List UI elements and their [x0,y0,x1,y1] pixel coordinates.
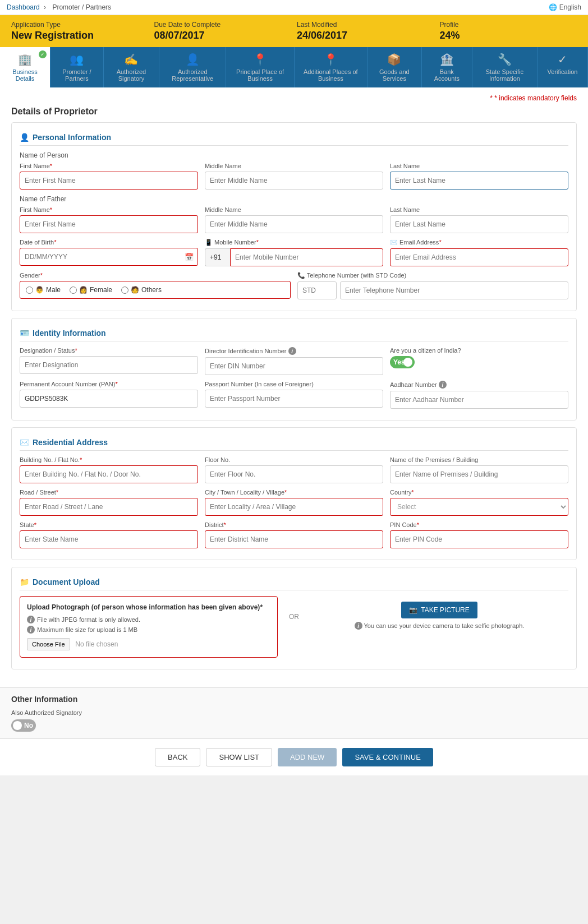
show-list-button[interactable]: SHOW LIST [206,748,272,766]
pan-input[interactable] [20,390,198,408]
language-selector[interactable]: 🌐 English [549,3,581,11]
profile-label: Profile [440,21,577,29]
choose-file-button[interactable]: Choose File [27,638,70,650]
residential-address-title: ✉️ Residential Address [20,433,568,451]
name-of-person-label: Name of Person [20,151,568,159]
floor-group: Floor No. [205,456,383,483]
aadhaar-info-icon[interactable]: i [439,381,447,389]
app-type-item: Application Type New Registration [11,21,149,41]
gender-telephone-row: Gender* 👨 Male 👩 Female 🧑 Others [20,272,568,299]
tab-principal-place[interactable]: 📍 Principal Place of Business [226,47,295,87]
save-continue-button[interactable]: SAVE & CONTINUE [342,748,433,766]
last-name-input[interactable] [390,172,568,190]
citizen-label: Are you a citizen of India? [390,347,568,354]
tab-authorized-rep[interactable]: 👤 Authorized Representative [159,47,226,87]
file-input-row: Choose File No file chosen [27,638,270,650]
father-last-label: Last Name [390,206,568,213]
designation-input[interactable] [20,356,198,374]
identity-info-title: 🪪 Identity Information [20,324,568,341]
bank-icon: 🏦 [440,53,454,66]
middle-name-input[interactable] [205,172,383,190]
tab-label: Bank Accounts [429,68,465,82]
tab-additional-places[interactable]: 📍 Additional Places of Business [295,47,368,87]
email-input[interactable] [390,248,568,266]
tab-label: Business Details [7,68,43,82]
person-name-row: First Name* Middle Name Last Name [20,163,568,190]
tab-verification[interactable]: ✓ Verification [538,47,588,87]
note-info-icon-1: i [27,616,35,623]
last-modified-value: 24/06/2017 [297,30,434,41]
father-name-row: First Name* Middle Name Last Name [20,206,568,233]
no-file-label: No file chosen [75,640,118,648]
father-middle-input[interactable] [205,215,383,233]
middle-name-group: Middle Name [205,163,383,190]
due-date-item: Due Date to Complete 08/07/2017 [154,21,292,41]
tab-authorized-signatory[interactable]: ✍️ Authorized Signatory [104,47,159,87]
bottom-buttons: BACK SHOW LIST ADD NEW SAVE & CONTINUE [0,738,588,775]
gender-box: 👨 Male 👩 Female 🧑 Others [20,281,291,299]
std-input[interactable] [297,281,337,299]
floor-input[interactable] [205,465,383,483]
upload-note-2: i Maximum file size for upload is 1 MB [27,626,270,634]
city-input[interactable] [205,498,383,516]
email-label: ✉️ Email Address* [390,239,568,246]
pin-input[interactable] [390,530,568,548]
place-icon: 📍 [253,53,267,66]
tab-promoter-partners[interactable]: 👥 Promoter / Partners [50,47,104,87]
back-button[interactable]: BACK [155,748,200,766]
country-select[interactable]: Select India [390,498,568,516]
upload-left: Upload Photograph (of person whose infor… [20,596,278,663]
gender-others[interactable]: 🧑 Others [121,286,162,294]
camera-note-icon: i [355,622,362,630]
telephone-input[interactable] [340,281,568,299]
dob-label: Date of Birth* [20,239,198,246]
building-label: Building No. / Flat No.* [20,456,198,463]
state-input[interactable] [20,530,198,548]
business-icon: 🏢 [18,53,32,66]
gender-group: Gender* 👨 Male 👩 Female 🧑 Others [20,272,291,299]
also-auth-toggle[interactable]: No [11,719,36,732]
building-input[interactable] [20,465,198,483]
building-group: Building No. / Flat No.* [20,456,198,483]
din-info-icon[interactable]: i [288,347,296,355]
father-last-input[interactable] [390,215,568,233]
aadhaar-input[interactable] [390,391,568,409]
pin-group: PIN Code* [390,521,568,548]
mobile-input[interactable] [230,248,383,266]
goods-icon: 📦 [387,53,401,66]
upload-row: Upload Photograph (of person whose infor… [20,596,568,663]
breadcrumb-dashboard[interactable]: Dashboard [7,3,40,11]
take-picture-button[interactable]: 📷 TAKE PICTURE [401,602,477,618]
building-floor-premises-row: Building No. / Flat No.* Floor No. Name … [20,456,568,483]
gender-female[interactable]: 👩 Female [70,286,112,294]
note-info-icon-2: i [27,626,35,634]
road-input[interactable] [20,498,198,516]
tab-state-specific[interactable]: 🔧 State Specific Information [472,47,538,87]
state-icon: 🔧 [498,53,512,66]
tab-goods-services[interactable]: 📦 Goods and Services [368,47,422,87]
dob-input[interactable] [20,248,198,266]
gender-female-radio[interactable] [70,287,77,294]
profile-value: 24% [440,30,577,41]
tab-label: Authorized Representative [166,68,219,82]
din-input[interactable] [205,357,383,375]
tab-business-details[interactable]: ✓ 🏢 Business Details [0,47,50,87]
district-input[interactable] [205,530,383,548]
last-name-label: Last Name [390,163,568,169]
gender-male-radio[interactable] [26,287,33,294]
first-name-input[interactable] [20,172,198,190]
citizen-toggle[interactable]: Yes [390,356,415,368]
din-label: Director Identification Number i [205,347,383,355]
also-auth-slider: No [11,719,36,732]
tab-bank-accounts[interactable]: 🏦 Bank Accounts [422,47,472,87]
gender-male[interactable]: 👨 Male [26,286,61,294]
premises-input[interactable] [390,465,568,483]
passport-input[interactable] [205,390,383,408]
father-first-input[interactable] [20,215,198,233]
citizen-toggle-container: Yes [390,356,568,368]
promoter-icon: 👥 [70,53,84,66]
add-new-button[interactable]: ADD NEW [278,748,337,766]
other-info-title: Other Information [11,695,577,704]
gender-others-radio[interactable] [121,287,128,294]
road-group: Road / Street* [20,489,198,516]
